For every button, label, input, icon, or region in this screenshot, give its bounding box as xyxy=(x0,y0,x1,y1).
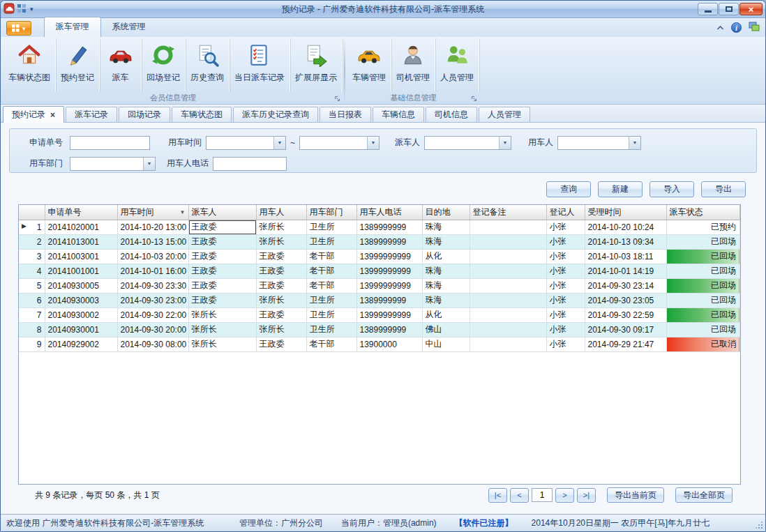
cell-status[interactable]: 已预约 xyxy=(666,220,740,234)
cell-dispatcher[interactable]: 王政委 xyxy=(188,220,256,234)
cell-apply-no[interactable]: 20140929002 xyxy=(45,337,117,351)
column-filter-icon[interactable]: ▼ xyxy=(180,209,186,215)
cell-use-time[interactable]: 2014-10-13 15:00 xyxy=(117,234,188,249)
dispatcher-combo[interactable]: ▼ xyxy=(424,136,511,150)
ribbon-button-today-dispatch-records[interactable]: 当日派车记录 xyxy=(230,38,290,91)
skin-selector-icon[interactable] xyxy=(749,22,760,33)
cell-dest[interactable]: 佛山 xyxy=(422,322,470,337)
ribbon-button-vehicle-management[interactable]: 车辆管理 xyxy=(347,38,391,91)
cell-accept-time[interactable]: 2014-09-30 23:05 xyxy=(585,293,666,307)
cell-status[interactable]: 已回场 xyxy=(666,249,740,264)
use-time-from-combo[interactable]: ▼ xyxy=(206,136,286,150)
ribbon-button-history-query[interactable]: 历史查询 xyxy=(186,38,230,91)
cell-apply-no[interactable]: 20141020001 xyxy=(45,220,117,234)
page-number-input[interactable] xyxy=(532,488,553,502)
cell-user[interactable]: 王政委 xyxy=(256,278,306,293)
column-dept[interactable]: 用车部门 xyxy=(306,205,356,220)
cell-phone[interactable]: 1389999999 xyxy=(356,322,422,337)
row-header[interactable]: 5 xyxy=(19,278,45,293)
cell-remark[interactable] xyxy=(470,234,546,249)
ribbon-button-vehicle-status-chart[interactable]: 车辆状态图 xyxy=(3,38,56,91)
cell-remark[interactable] xyxy=(470,293,546,307)
cell-user[interactable]: 王政委 xyxy=(256,307,306,322)
cell-dest[interactable]: 珠海 xyxy=(422,293,470,307)
cell-dept[interactable]: 卫生所 xyxy=(306,307,356,322)
cell-dispatcher[interactable]: 王政委 xyxy=(188,249,256,264)
row-header[interactable]: 4 xyxy=(19,264,45,278)
cell-phone[interactable]: 1389999999 xyxy=(356,293,422,307)
cell-dept[interactable]: 老干部 xyxy=(306,337,356,351)
maximize-button[interactable] xyxy=(719,3,739,15)
cell-dest[interactable]: 珠海 xyxy=(422,264,470,278)
phone-input[interactable] xyxy=(213,157,287,171)
cell-status[interactable]: 已回场 xyxy=(666,264,740,278)
first-page-button[interactable]: |< xyxy=(488,488,507,503)
cell-status[interactable]: 已回场 xyxy=(666,278,740,293)
cell-user[interactable]: 王政委 xyxy=(256,249,306,264)
cell-use-time[interactable]: 2014-10-01 16:00 xyxy=(117,264,188,278)
cell-phone[interactable]: 1389999999 xyxy=(356,220,422,234)
cell-remark[interactable] xyxy=(470,278,546,293)
cell-phone[interactable]: 13999999999 xyxy=(356,264,422,278)
column-user[interactable]: 用车人 xyxy=(256,205,306,220)
cell-dept[interactable]: 老干部 xyxy=(306,278,356,293)
ribbon-tab-system-management[interactable]: 系统管理 xyxy=(101,17,157,37)
column-phone[interactable]: 用车人电话 xyxy=(356,205,422,220)
cell-use-time[interactable]: 2014-09-30 23:00 xyxy=(117,293,188,307)
query-button[interactable]: 查询 xyxy=(546,181,591,197)
cell-dept[interactable]: 卫生所 xyxy=(306,322,356,337)
minimize-button[interactable] xyxy=(698,3,718,15)
cell-accept-time[interactable]: 2014-10-13 09:34 xyxy=(585,234,666,249)
tab-vehicle-info[interactable]: 车辆信息 xyxy=(373,107,424,122)
ribbon-button-extended-screen[interactable]: 扩展屏显示 xyxy=(290,38,343,91)
cell-status[interactable]: 已回场 xyxy=(666,322,740,337)
table-row[interactable]: 3201410030012014-10-03 20:00王政委王政委老干部139… xyxy=(19,249,740,264)
registered-link[interactable]: 【软件已注册】 xyxy=(455,517,513,529)
row-header[interactable]: ▶1 xyxy=(19,220,45,234)
cell-accept-time[interactable]: 2014-09-29 21:47 xyxy=(585,337,666,351)
cell-apply-no[interactable]: 20141013001 xyxy=(45,234,117,249)
tab-dispatch-history-query[interactable]: 派车历史记录查询 xyxy=(233,107,318,122)
cell-registrar[interactable]: 小张 xyxy=(546,278,585,293)
cell-status[interactable]: 已回场 xyxy=(666,234,740,249)
cell-user[interactable]: 张所长 xyxy=(256,322,306,337)
cell-apply-no[interactable]: 20140930005 xyxy=(45,278,117,293)
cell-dept[interactable]: 老干部 xyxy=(306,249,356,264)
cell-phone[interactable]: 1389999999 xyxy=(356,234,422,249)
table-row[interactable]: 6201409300032014-09-30 23:00王政委张所长卫生所138… xyxy=(19,293,740,307)
table-row[interactable]: 7201409300022014-09-30 22:00张所长王政委卫生所139… xyxy=(19,307,740,322)
cell-use-time[interactable]: 2014-09-30 23:30 xyxy=(117,278,188,293)
group-dialog-launcher-icon[interactable] xyxy=(471,96,477,102)
close-button[interactable]: × xyxy=(739,3,763,15)
cell-remark[interactable] xyxy=(470,307,546,322)
cell-dispatcher[interactable]: 张所长 xyxy=(188,337,256,351)
cell-phone[interactable]: 13999999999 xyxy=(356,278,422,293)
group-dialog-launcher-icon[interactable] xyxy=(334,96,340,102)
cell-accept-time[interactable]: 2014-09-30 22:59 xyxy=(585,307,666,322)
row-header[interactable]: 9 xyxy=(19,337,45,351)
cell-phone[interactable]: 13999999999 xyxy=(356,249,422,264)
cell-user[interactable]: 王政委 xyxy=(256,264,306,278)
last-page-button[interactable]: >| xyxy=(577,488,596,503)
cell-apply-no[interactable]: 20141003001 xyxy=(45,249,117,264)
cell-registrar[interactable]: 小张 xyxy=(546,220,585,234)
ribbon-button-personnel-management[interactable]: 人员管理 xyxy=(435,38,479,91)
table-row[interactable]: 4201410010012014-10-01 16:00王政委王政委老干部139… xyxy=(19,264,740,278)
import-button[interactable]: 导入 xyxy=(649,181,694,197)
ribbon-button-return-register[interactable]: 回场登记 xyxy=(142,38,186,91)
application-menu-button[interactable]: ▾ xyxy=(6,21,31,36)
cell-dest[interactable]: 珠海 xyxy=(422,234,470,249)
cell-remark[interactable] xyxy=(470,322,546,337)
cell-user[interactable]: 王政委 xyxy=(256,337,306,351)
cell-phone[interactable]: 13999999999 xyxy=(356,307,422,322)
row-header[interactable]: 6 xyxy=(19,293,45,307)
cell-registrar[interactable]: 小张 xyxy=(546,249,585,264)
apply-no-input[interactable] xyxy=(70,136,150,150)
tab-vehicle-status-chart[interactable]: 车辆状态图 xyxy=(172,107,232,122)
cell-remark[interactable] xyxy=(470,220,546,234)
cell-dispatcher[interactable]: 张所长 xyxy=(188,307,256,322)
cell-status[interactable]: 已回场 xyxy=(666,307,740,322)
cell-accept-time[interactable]: 2014-09-30 09:17 xyxy=(585,322,666,337)
row-header[interactable]: 7 xyxy=(19,307,45,322)
ribbon-tab-dispatch-management[interactable]: 派车管理 xyxy=(44,17,101,37)
